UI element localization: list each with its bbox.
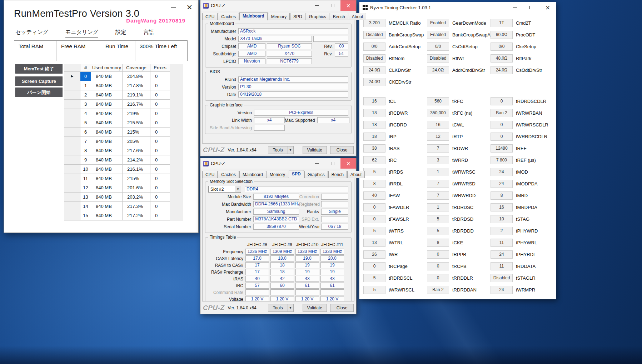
cpuz-tab[interactable]: About [347,171,365,178]
timings-value: 61 [295,283,319,289]
titlebar[interactable]: Ryzen Timing Checker 1.03.1 × [359,2,556,13]
table-row[interactable]: 15 840 MB 217.2% 0 [64,211,183,220]
table-row[interactable]: 2 840 MB 219.1% 0 [64,90,183,100]
cpuz-tab[interactable]: Mainboard [239,12,268,20]
row-selector-marker[interactable] [64,109,80,118]
tools-dropdown-arrow-icon[interactable]: ▼ [288,304,293,311]
row-selector-marker[interactable] [64,81,80,90]
cpuz-tab[interactable]: Caches [218,13,239,20]
cpuz-tab[interactable]: Graphics [304,171,328,178]
action-button[interactable]: MemTest 終了 [15,64,63,74]
table-row[interactable]: 0 840 MB 204.8% 0 [64,72,183,81]
table-row[interactable]: 1 840 MB 217.8% 0 [64,81,183,90]
tools-dropdown-arrow-icon[interactable]: ▼ [288,146,293,154]
timings-value: 42 [270,276,294,282]
table-row[interactable]: 5 840 MB 215.5% 0 [64,118,183,128]
memtest-tab[interactable]: セッティング [15,29,48,38]
row-selector-marker[interactable] [64,211,80,220]
cell-used-memory: 840 MB [91,128,123,137]
slot-select-combobox[interactable]: Slot #2 ▼ [208,186,241,193]
column-header-coverage[interactable]: Coverage [123,64,150,72]
close-footer-button[interactable]: Close [330,304,354,312]
cpuz-tab[interactable]: About [349,13,366,20]
column-header-errors[interactable]: Errors [150,64,170,72]
close-button[interactable]: × [539,2,556,13]
close-footer-button[interactable]: Close [330,146,354,154]
timings-value: 17.0 [245,255,269,261]
table-row[interactable]: 12 840 MB 201.6% 0 [64,183,183,193]
row-selector-marker[interactable] [64,128,80,137]
titlebar[interactable]: CPU-Z × [200,0,356,11]
timings-column-header: JEDEC #10 [295,242,319,247]
cpuz-tab[interactable]: Memory [267,171,288,178]
validate-button[interactable]: Validate [303,304,327,312]
column-header-used-memory[interactable]: Used memory [91,64,123,72]
minimize-button[interactable] [507,2,523,13]
timing-label: tMRDPDA [516,203,537,211]
timing-label: tWRRD [452,156,468,164]
group-title: Motherboard [208,21,235,26]
cpuz-tab[interactable]: SPD [290,13,305,20]
minimize-button[interactable] [309,0,325,11]
close-button[interactable]: × [186,4,193,10]
row-selector-marker[interactable] [64,90,80,100]
maximize-button[interactable] [523,2,539,13]
table-row[interactable]: 6 840 MB 215% 0 [64,128,183,137]
minimize-button[interactable] [309,158,325,169]
table-row[interactable]: 7 840 MB 205% 0 [64,137,183,146]
row-selector-marker[interactable] [64,72,80,81]
table-row[interactable]: 9 840 MB 214.2% 0 [64,155,183,165]
row-selector-marker[interactable] [64,193,80,202]
cpuz-tab[interactable]: Graphics [306,13,329,20]
cpuz-tab[interactable]: CPU [202,171,218,178]
titlebar[interactable]: CPU-Z × [200,158,356,169]
tools-button[interactable]: Tools ▼ [268,304,294,312]
action-button[interactable]: Screen Capture [15,76,63,86]
table-row[interactable]: 8 840 MB 217.6% 0 [64,146,183,155]
timing-cell: Disabled tSTAGLR [491,274,554,286]
cell-index: 3 [80,100,91,109]
row-selector-marker[interactable] [64,146,80,155]
cpuz-tab[interactable]: SPD [289,170,304,178]
close-button[interactable]: × [340,0,356,11]
timing-cell: Enabled BankGroupSwapAlt [427,31,491,43]
table-row[interactable]: 4 840 MB 219% 0 [64,109,183,118]
timing-cell: 18 tRCDWR [363,109,427,121]
cpuz-tab[interactable]: Memory [268,13,290,20]
combo-arrow-icon[interactable]: ▼ [235,186,241,192]
row-selector-marker[interactable] [64,137,80,146]
cpuz-tab[interactable]: Caches [218,171,239,178]
memtest-tab[interactable]: モニタリング [65,29,98,38]
timing-label: tCWL [452,121,464,129]
memtest-tab[interactable]: 設定 [115,29,126,38]
close-button[interactable]: × [340,158,356,169]
cpuz-tab[interactable]: Bench [328,171,347,178]
table-row[interactable]: 13 840 MB 203.2% 0 [64,193,183,202]
row-selector-marker[interactable] [64,174,80,183]
validate-button[interactable]: Validate [303,146,327,154]
memtest-tab[interactable]: 言語 [143,29,154,38]
action-button[interactable]: バーン開始 [15,88,63,97]
table-row[interactable]: 10 840 MB 216.1% 0 [64,165,183,174]
row-selector-marker[interactable] [64,165,80,174]
window-title: RunMemTestPro Version 3.0 [14,8,139,19]
table-row[interactable]: 3 840 MB 216.7% 0 [64,100,183,109]
column-header-index[interactable]: # [80,64,91,72]
minimize-button[interactable] [171,4,176,10]
row-selector-marker[interactable] [64,155,80,165]
cpuz-tab[interactable]: Mainboard [239,171,266,178]
tools-button[interactable]: Tools ▼ [268,146,294,154]
row-selector-marker[interactable] [64,100,80,109]
table-row[interactable]: 14 840 MB 217.3% 0 [64,202,183,211]
timing-label: RttNom [389,54,404,63]
row-selector-marker[interactable] [64,202,80,211]
cell-used-memory: 840 MB [91,202,123,211]
timing-cell: Ban 2 tRDRDBAN [427,286,491,298]
rtc-timings-grid: 16 tCL 560 tRFC 0 tRDRDSCDLR 18 tRCDWR [359,97,556,298]
timing-value: 12 [427,133,449,141]
row-selector-marker[interactable] [64,118,80,128]
row-selector-marker[interactable] [64,183,80,193]
cpuz-tab[interactable]: Bench [330,13,348,20]
cpuz-tab[interactable]: CPU [202,13,218,20]
table-row[interactable]: 11 840 MB 215% 0 [64,174,183,183]
